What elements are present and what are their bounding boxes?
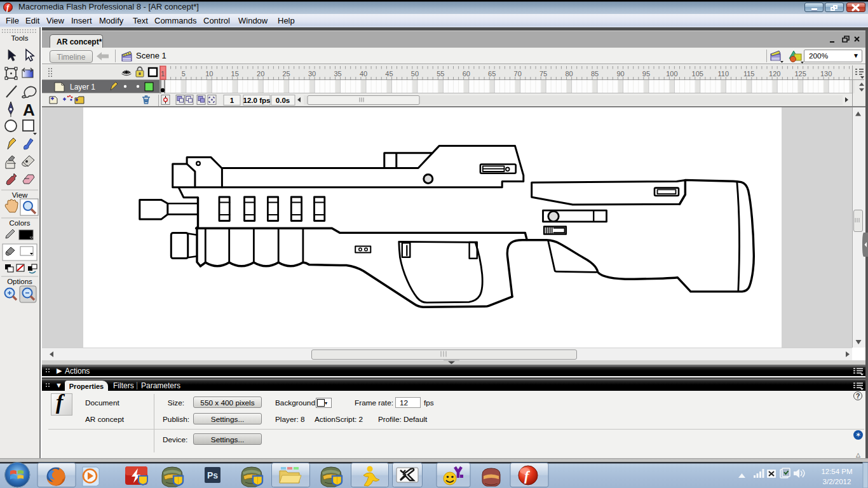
svg-text:Ps: Ps: [207, 470, 218, 480]
svg-text:3/2/2012: 3/2/2012: [823, 478, 851, 485]
svg-text:12:54 PM: 12:54 PM: [821, 468, 852, 475]
